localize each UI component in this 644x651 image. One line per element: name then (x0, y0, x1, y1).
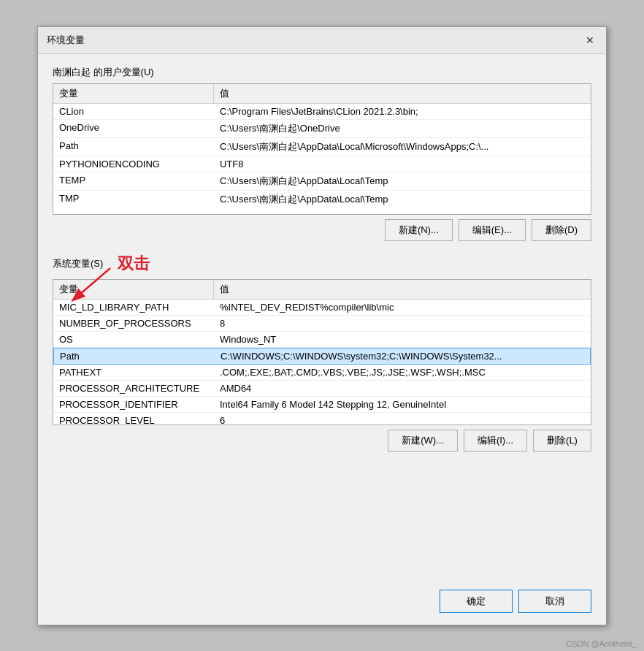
system-var-cell: PROCESSOR_IDENTIFIER (53, 397, 214, 412)
system-val-cell: .COM;.EXE;.BAT;.CMD;.VBS;.VBE;.JS;.JSE;.… (214, 365, 591, 380)
title-bar: 环境变量 ✕ (38, 27, 606, 54)
system-val-cell: %INTEL_DEV_REDIST%compiler\lib\mic (214, 300, 591, 315)
system-table-row[interactable]: MIC_LD_LIBRARY_PATH%INTEL_DEV_REDIST%com… (53, 300, 591, 316)
user-table-row[interactable]: PYTHONIOENCODINGUTF8 (53, 156, 591, 172)
user-table-row[interactable]: OneDriveC:\Users\南渊白起\OneDrive (53, 120, 591, 138)
system-col-val: 值 (214, 280, 591, 299)
system-val-cell: Intel64 Family 6 Model 142 Stepping 12, … (214, 397, 591, 412)
user-table-row[interactable]: TEMPC:\Users\南渊白起\AppData\Local\Temp (53, 172, 591, 191)
user-var-cell: Path (53, 138, 214, 156)
user-table-row[interactable]: CLionC:\Program Files\JetBrains\CLion 20… (53, 104, 591, 120)
system-var-cell: PROCESSOR_ARCHITECTURE (53, 381, 214, 396)
user-var-cell: TEMP (53, 172, 214, 190)
user-val-cell: C:\Users\南渊白起\AppData\Local\Microsoft\Wi… (214, 138, 591, 156)
system-val-cell: AMD64 (214, 381, 591, 396)
user-edit-button[interactable]: 编辑(E)... (459, 219, 526, 241)
double-click-annotation-area: 双击 (118, 253, 150, 275)
system-val-cell: Windows_NT (214, 332, 591, 347)
user-variables-table[interactable]: 变量 值 CLionC:\Program Files\JetBrains\CLi… (53, 83, 591, 215)
system-var-cell: NUMBER_OF_PROCESSORS (53, 316, 214, 331)
system-table-header: 变量 值 (53, 280, 591, 300)
user-val-cell: UTF8 (214, 156, 591, 172)
bottom-buttons-row: 确定 取消 (38, 582, 606, 625)
system-table-row[interactable]: PROCESSOR_ARCHITECTUREAMD64 (53, 381, 591, 397)
user-delete-button[interactable]: 删除(D) (532, 219, 591, 241)
user-new-button[interactable]: 新建(N)... (385, 219, 453, 241)
cancel-button[interactable]: 取消 (518, 590, 591, 613)
user-buttons-row: 新建(N)... 编辑(E)... 删除(D) (53, 219, 591, 241)
user-var-cell: PYTHONIOENCODING (53, 156, 214, 172)
user-val-cell: C:\Users\南渊白起\AppData\Local\Temp (214, 191, 591, 208)
user-section-label: 南渊白起 的用户变量(U) (53, 66, 591, 79)
user-var-cell: TMP (53, 191, 214, 208)
system-variables-section: 系统变量(S) 双击 变量 (53, 253, 591, 452)
watermark: CSDN @Antitheist_ (566, 639, 637, 648)
environment-variables-dialog: 环境变量 ✕ 南渊白起 的用户变量(U) 变量 值 CLionC:\Progra… (37, 26, 607, 625)
user-col-var: 变量 (53, 84, 214, 103)
system-var-cell: Path (54, 349, 215, 364)
system-var-cell: PROCESSOR_LEVEL (53, 413, 214, 425)
dialog-title: 环境变量 (47, 34, 85, 47)
system-val-cell: 8 (214, 316, 591, 331)
system-variables-table[interactable]: 变量 值 MIC_LD_LIBRARY_PATH%INTEL_DEV_REDIS… (53, 279, 591, 425)
system-var-cell: PATHEXT (53, 365, 214, 380)
user-variables-section: 南渊白起 的用户变量(U) 变量 值 CLionC:\Program Files… (53, 66, 591, 241)
system-val-cell: C:\WINDOWS;C:\WINDOWS\system32;C:\WINDOW… (215, 349, 590, 364)
user-col-val: 值 (214, 84, 591, 103)
system-section-label: 系统变量(S) (53, 257, 103, 270)
user-table-header: 变量 值 (53, 84, 591, 104)
system-col-var: 变量 (53, 280, 214, 299)
system-delete-button[interactable]: 删除(L) (533, 430, 591, 452)
user-table-rows: CLionC:\Program Files\JetBrains\CLion 20… (53, 104, 591, 208)
user-table-row[interactable]: TMPC:\Users\南渊白起\AppData\Local\Temp (53, 191, 591, 208)
user-var-cell: OneDrive (53, 120, 214, 137)
system-table-row[interactable]: NUMBER_OF_PROCESSORS8 (53, 316, 591, 332)
system-var-cell: MIC_LD_LIBRARY_PATH (53, 300, 214, 315)
user-val-cell: C:\Program Files\JetBrains\CLion 2021.2.… (214, 104, 591, 119)
system-val-cell: 6 (214, 413, 591, 425)
system-new-button[interactable]: 新建(W)... (388, 430, 458, 452)
user-val-cell: C:\Users\南渊白起\AppData\Local\Temp (214, 172, 591, 190)
dialog-body: 南渊白起 的用户变量(U) 变量 值 CLionC:\Program Files… (38, 54, 606, 582)
system-table-row[interactable]: PATHEXT.COM;.EXE;.BAT;.CMD;.VBS;.VBE;.JS… (53, 365, 591, 381)
system-buttons-row: 新建(W)... 编辑(I)... 删除(L) (53, 430, 591, 452)
system-table-row[interactable]: PROCESSOR_IDENTIFIERIntel64 Family 6 Mod… (53, 397, 591, 413)
system-edit-button[interactable]: 编辑(I)... (464, 430, 527, 452)
user-table-row[interactable]: PathC:\Users\南渊白起\AppData\Local\Microsof… (53, 138, 591, 156)
double-click-text: 双击 (118, 254, 150, 273)
user-val-cell: C:\Users\南渊白起\OneDrive (214, 120, 591, 137)
close-button[interactable]: ✕ (583, 33, 597, 47)
system-table-rows: MIC_LD_LIBRARY_PATH%INTEL_DEV_REDIST%com… (53, 300, 591, 425)
ok-button[interactable]: 确定 (440, 590, 513, 613)
system-table-row[interactable]: PROCESSOR_LEVEL6 (53, 413, 591, 425)
system-table-row[interactable]: PathC:\WINDOWS;C:\WINDOWS\system32;C:\WI… (53, 348, 591, 365)
system-table-row[interactable]: OSWindows_NT (53, 332, 591, 348)
user-var-cell: CLion (53, 104, 214, 119)
system-var-cell: OS (53, 332, 214, 347)
